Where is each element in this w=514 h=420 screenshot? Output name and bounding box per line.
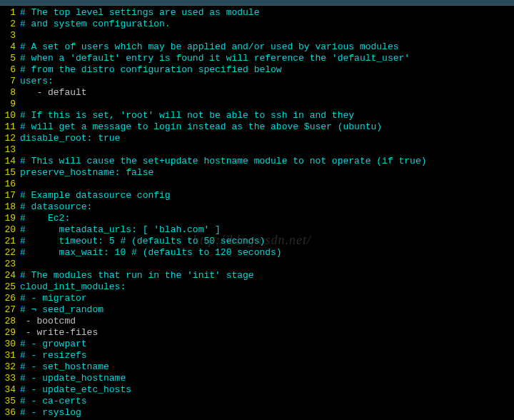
line-number: 14 [0, 156, 20, 167]
code-line[interactable]: 5# when a 'default' entry is found it wi… [0, 53, 514, 64]
line-number: 26 [0, 293, 20, 304]
line-number: 1 [0, 7, 20, 19]
code-content: # - resizefs [20, 350, 514, 361]
code-line[interactable]: 4# A set of users which may be applied a… [0, 41, 514, 53]
code-line[interactable]: 17# Example datasource config [0, 190, 514, 201]
code-content: # ¬ seed_random [20, 304, 514, 316]
code-line[interactable]: 7users: [0, 76, 514, 87]
code-editor[interactable]: http://blog.csdn.net/ 1# The top level s… [0, 6, 514, 420]
code-line[interactable]: 3 [0, 30, 514, 41]
line-number: 21 [0, 236, 20, 247]
code-line[interactable]: 36# - rsyslog [0, 407, 514, 419]
code-line[interactable]: 23 [0, 259, 514, 270]
line-number: 17 [0, 190, 20, 201]
code-line[interactable]: 11# will get a message to login instead … [0, 121, 514, 133]
code-line[interactable]: 29 - write-files [0, 327, 514, 339]
line-number: 7 [0, 76, 20, 87]
code-content: # - migrator [20, 293, 514, 304]
code-content: # - set_hostname [20, 361, 514, 373]
code-line[interactable]: 25cloud_init_modules: [0, 281, 514, 293]
code-line[interactable]: 16 [0, 179, 514, 190]
code-line[interactable]: 34# - update_etc_hosts [0, 384, 514, 396]
code-content: # If this is set, 'root' will not be abl… [20, 110, 514, 121]
line-number: 32 [0, 361, 20, 373]
code-content: # datasource: [20, 201, 514, 213]
line-number: 13 [0, 144, 20, 156]
code-line[interactable]: 20# metadata_urls: [ 'blah.com' ] [0, 224, 514, 236]
code-line[interactable]: 9 [0, 99, 514, 110]
code-line[interactable]: 8 - default [0, 87, 514, 99]
lines-container: 1# The top level settings are used as mo… [0, 7, 514, 419]
code-content: # A set of users which may be applied an… [20, 41, 514, 53]
code-content: cloud_init_modules: [20, 281, 514, 293]
line-number: 33 [0, 373, 20, 384]
code-line[interactable]: 15preserve_hostname: false [0, 167, 514, 179]
line-number: 16 [0, 179, 20, 190]
code-line[interactable]: 21# timeout: 5 # (defaults to 50 seconds… [0, 236, 514, 247]
code-content: # from the distro configuration specifie… [20, 64, 514, 76]
line-number: 11 [0, 121, 20, 133]
line-number: 35 [0, 396, 20, 407]
code-content: # will get a message to login instead as… [20, 121, 514, 133]
line-number: 2 [0, 19, 20, 30]
code-content [20, 144, 514, 156]
line-number: 5 [0, 53, 20, 64]
line-number: 18 [0, 201, 20, 213]
code-line[interactable]: 6# from the distro configuration specifi… [0, 64, 514, 76]
line-number: 10 [0, 110, 20, 121]
code-content: - default [20, 87, 514, 99]
code-content [20, 30, 514, 41]
code-line[interactable]: 1# The top level settings are used as mo… [0, 7, 514, 19]
line-number: 19 [0, 213, 20, 224]
line-number: 12 [0, 133, 20, 144]
code-line[interactable]: 18# datasource: [0, 201, 514, 213]
code-content [20, 99, 514, 110]
code-content: disable_root: true [20, 133, 514, 144]
code-content: # and system configuration. [20, 19, 514, 30]
line-number: 20 [0, 224, 20, 236]
code-line[interactable]: 10# If this is set, 'root' will not be a… [0, 110, 514, 121]
line-number: 30 [0, 339, 20, 350]
code-content: - bootcmd [20, 316, 514, 327]
window-title-bar [0, 0, 514, 6]
code-line[interactable]: 28 - bootcmd [0, 316, 514, 327]
code-line[interactable]: 24# The modules that run in the 'init' s… [0, 270, 514, 281]
code-line[interactable]: 31# - resizefs [0, 350, 514, 361]
code-line[interactable]: 35# - ca-certs [0, 396, 514, 407]
line-number: 8 [0, 87, 20, 99]
code-line[interactable]: 2# and system configuration. [0, 19, 514, 30]
code-content: # Ec2: [20, 213, 514, 224]
code-line[interactable]: 19# Ec2: [0, 213, 514, 224]
code-line[interactable]: 30# - growpart [0, 339, 514, 350]
line-number: 36 [0, 407, 20, 419]
code-content [20, 259, 514, 270]
code-content: preserve_hostname: false [20, 167, 514, 179]
line-number: 4 [0, 41, 20, 53]
line-number: 23 [0, 259, 20, 270]
code-line[interactable]: 26# - migrator [0, 293, 514, 304]
code-content: # - rsyslog [20, 407, 514, 419]
code-content: # This will cause the set+update hostnam… [20, 156, 514, 167]
line-number: 9 [0, 99, 20, 110]
line-number: 15 [0, 167, 20, 179]
code-line[interactable]: 33# - update_hostname [0, 373, 514, 384]
line-number: 27 [0, 304, 20, 316]
line-number: 6 [0, 64, 20, 76]
code-content: # - ca-certs [20, 396, 514, 407]
code-content: - write-files [20, 327, 514, 339]
code-content: # The top level settings are used as mod… [20, 7, 514, 19]
code-content: # - growpart [20, 339, 514, 350]
code-content: # when a 'default' entry is found it wil… [20, 53, 514, 64]
code-content: # - update_etc_hosts [20, 384, 514, 396]
code-line[interactable]: 27# ¬ seed_random [0, 304, 514, 316]
code-line[interactable]: 14# This will cause the set+update hostn… [0, 156, 514, 167]
code-content: # The modules that run in the 'init' sta… [20, 270, 514, 281]
code-content: # - update_hostname [20, 373, 514, 384]
code-line[interactable]: 32# - set_hostname [0, 361, 514, 373]
code-line[interactable]: 13 [0, 144, 514, 156]
line-number: 29 [0, 327, 20, 339]
line-number: 25 [0, 281, 20, 293]
code-line[interactable]: 12disable_root: true [0, 133, 514, 144]
code-content: # Example datasource config [20, 190, 514, 201]
code-line[interactable]: 22# max_wait: 10 # (defaults to 120 seco… [0, 247, 514, 259]
